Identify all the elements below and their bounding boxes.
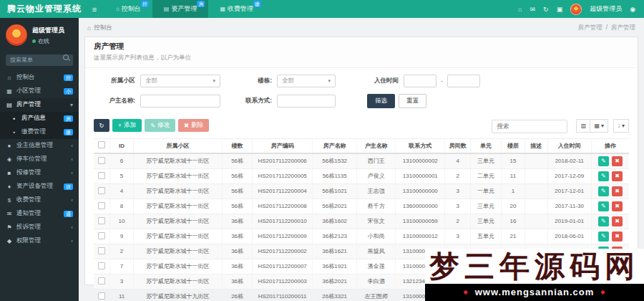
edit-row-button[interactable]: ✎ [598, 216, 609, 226]
edit-row-button[interactable]: ✎ [598, 171, 609, 181]
cell-name: 36栋1621 [313, 244, 357, 259]
row-checkbox[interactable] [98, 202, 105, 209]
sidebar-item-label: 停车位管理 [16, 155, 67, 163]
sidebar-item[interactable]: ⌂ 控制台 控 [0, 71, 79, 85]
checkin-date-end-input[interactable] [447, 75, 480, 87]
column-header[interactable]: 操作 [592, 138, 629, 153]
cell-id: 4 [110, 183, 133, 199]
top-menu-item[interactable]: 控 ⌂ 控制台 [104, 0, 152, 18]
status-dot-icon [32, 39, 36, 43]
column-header[interactable]: 联系方式 [396, 138, 445, 153]
select-all-header [94, 138, 110, 153]
row-checkbox[interactable] [98, 292, 105, 300]
menu-item-icon: ▤ [164, 6, 170, 12]
row-checkbox[interactable] [98, 262, 105, 269]
navbar-action-icon[interactable]: ▣ [557, 6, 563, 13]
row-checkbox[interactable] [98, 172, 105, 179]
edit-row-button[interactable]: ✎ [598, 231, 609, 242]
edit-button[interactable]: ✎修改 [145, 119, 175, 132]
row-checkbox[interactable] [98, 217, 105, 224]
cell-desc [525, 168, 547, 183]
sidebar-avatar [6, 24, 27, 46]
sidebar-item[interactable]: ■ 报修管理 ‹ [0, 166, 79, 180]
sidebar-item[interactable]: ◈ 停车位管理 ‹ [0, 153, 79, 166]
breadcrumb-parent[interactable]: 房产管理 [578, 24, 602, 32]
sidebar-item[interactable]: ▤ 房产管理 ▾ [0, 98, 79, 112]
columns-button[interactable]: ▦▾ [590, 119, 608, 133]
sidebar-item[interactable]: ♦ 资产设备管理 设 [0, 180, 79, 194]
sidebar-item[interactable]: ✉ 通知管理 通 [0, 207, 79, 221]
trash-icon: ✖ [615, 158, 620, 164]
sidebar-item[interactable]: ▪ 缴费管理 缴 [0, 125, 79, 139]
refresh-button[interactable]: ↻ [94, 119, 109, 132]
chevron-icon: ▾ [70, 102, 73, 108]
column-header[interactable]: 描述 [525, 138, 547, 153]
column-header[interactable]: 户主名称 [357, 138, 396, 153]
sidebar-user-block: 超级管理员 在线 [0, 18, 79, 51]
pencil-icon: ✎ [601, 188, 606, 194]
cell-building: 36栋 [223, 244, 253, 259]
column-header[interactable]: 入住时间 [547, 138, 592, 153]
column-header[interactable]: ID [110, 138, 133, 153]
table-row: 4 苏宁威尼斯水城十一街区 56栋 HS2017112200004 56栋102… [94, 183, 629, 199]
sidebar-item[interactable]: $ 收费管理 ‹ [0, 194, 79, 207]
cell-owner: 蔡千方 [357, 199, 396, 214]
edit-row-button[interactable]: ✎ [598, 186, 609, 196]
edit-row-button[interactable]: ✎ [598, 201, 609, 211]
column-header[interactable]: 房产名称 [313, 138, 357, 153]
navbar-action-icon[interactable]: ↻ [543, 6, 549, 13]
column-header[interactable]: 房产编码 [252, 138, 313, 153]
community-select[interactable]: 全部 ▾ [140, 75, 220, 87]
column-header[interactable]: 房间数 [445, 138, 471, 153]
sidebar-item[interactable]: ▪ 房产信息 房 [0, 112, 79, 125]
navbar-username[interactable]: 超级管理员 [590, 4, 622, 14]
row-checkbox[interactable] [98, 277, 105, 285]
building-select[interactable]: 全部 ▾ [277, 75, 336, 87]
column-header[interactable]: 所属小区 [133, 138, 223, 153]
avatar[interactable] [570, 4, 582, 15]
toggle-view-button[interactable]: ▥ [576, 119, 590, 133]
delete-button[interactable]: ✖删除 [178, 119, 209, 132]
navbar-action-icon[interactable]: ⌂ [518, 6, 522, 13]
sidebar-item[interactable]: ◆ 权限管理 ‹ [0, 234, 79, 248]
delete-row-button[interactable]: ✖ [612, 231, 623, 242]
column-header[interactable]: 楼层 [502, 138, 525, 153]
table-search-input[interactable] [492, 120, 567, 133]
power-icon[interactable]: ◉ [630, 6, 635, 13]
cell-floor: 16 [502, 214, 525, 229]
trash-icon: ✖ [615, 188, 620, 194]
delete-row-button[interactable]: ✖ [612, 216, 623, 226]
row-checkbox[interactable] [98, 157, 105, 164]
sidebar-item[interactable]: ● 业主信息管理 ‹ [0, 139, 79, 153]
sidebar-toggle-icon[interactable]: ≡ [84, 5, 104, 14]
edit-row-button[interactable]: ✎ [598, 156, 609, 166]
row-checkbox[interactable] [98, 247, 105, 254]
phone-input[interactable] [277, 95, 336, 108]
sidebar-item[interactable]: ⚑ 投诉管理 ‹ [0, 221, 79, 234]
checkin-date-start-input[interactable] [404, 75, 436, 87]
cell-id: 10 [110, 214, 133, 229]
home-icon: ⌂ [87, 24, 91, 32]
delete-row-button[interactable]: ✖ [612, 201, 623, 211]
delete-row-button[interactable]: ✖ [612, 186, 623, 196]
add-button[interactable]: +添加 [112, 119, 142, 132]
filter-submit-button[interactable]: 筛选 [367, 94, 395, 108]
owner-name-input[interactable] [140, 95, 220, 108]
top-menu-item[interactable]: 缴 ▦ 收费管理 [208, 0, 265, 18]
select-all-checkbox[interactable] [98, 141, 105, 148]
panel-header: 房产管理 这里展示房产列表信息，以户为单位 [85, 37, 638, 68]
row-checkbox[interactable] [98, 187, 105, 194]
export-button[interactable]: ↓▾ [613, 119, 629, 133]
delete-row-button[interactable]: ✖ [612, 156, 623, 166]
menu-item-label: 资产管理 [171, 4, 197, 14]
sidebar-item[interactable]: ▦ 小区管理 小 [0, 85, 79, 98]
cell-unit: 三单元 [471, 153, 502, 169]
breadcrumb-item[interactable]: 控制台 [94, 24, 112, 32]
filter-reset-button[interactable]: 重置 [399, 94, 426, 108]
navbar-action-icon[interactable]: ✉ [530, 6, 536, 13]
top-menu-item[interactable]: 房 ▤ 资产管理 [152, 0, 209, 18]
row-checkbox[interactable] [98, 232, 105, 239]
delete-row-button[interactable]: ✖ [612, 171, 623, 181]
column-header[interactable]: 楼数 [223, 138, 253, 153]
column-header[interactable]: 单元 [471, 138, 502, 153]
